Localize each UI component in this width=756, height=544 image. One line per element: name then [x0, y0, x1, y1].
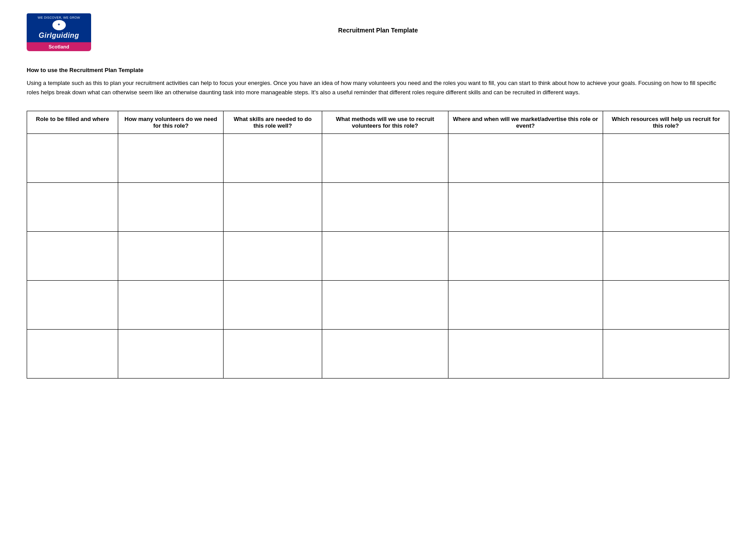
col-header-3: What skills are needed to do this role w… [224, 111, 322, 133]
table-cell-r0-c1[interactable] [118, 133, 224, 182]
table-cell-r4-c0[interactable] [27, 329, 118, 378]
table-cell-r1-c4[interactable] [448, 182, 603, 231]
logo-region: Scotland [48, 44, 69, 49]
recruitment-table: Role to be filled and where How many vol… [27, 111, 729, 379]
intro-body: Using a template such as this to plan yo… [27, 79, 729, 97]
table-cell-r1-c1[interactable] [118, 182, 224, 231]
table-row [27, 329, 729, 378]
table-cell-r0-c0[interactable] [27, 133, 118, 182]
table-cell-r0-c5[interactable] [603, 133, 729, 182]
table-cell-r4-c3[interactable] [322, 329, 448, 378]
page-title-area: Recruitment Plan Template [98, 13, 658, 34]
table-cell-r1-c0[interactable] [27, 182, 118, 231]
logo-circle: ✦ [52, 20, 66, 30]
col-header-4: What methods will we use to recruit volu… [322, 111, 448, 133]
col-header-6: Which resources will help us recruit for… [603, 111, 729, 133]
col-header-1: Role to be filled and where [27, 111, 118, 133]
table-cell-r3-c4[interactable] [448, 280, 603, 329]
table-cell-r3-c5[interactable] [603, 280, 729, 329]
table-cell-r3-c1[interactable] [118, 280, 224, 329]
table-cell-r1-c2[interactable] [224, 182, 322, 231]
table-cell-r0-c4[interactable] [448, 133, 603, 182]
table-cell-r4-c1[interactable] [118, 329, 224, 378]
table-cell-r3-c2[interactable] [224, 280, 322, 329]
intro-heading: How to use the Recruitment Plan Template [27, 67, 729, 73]
table-cell-r2-c4[interactable] [448, 231, 603, 280]
table-cell-r4-c2[interactable] [224, 329, 322, 378]
intro-section: How to use the Recruitment Plan Template… [27, 67, 729, 97]
logo-brand: Girlguiding [39, 32, 79, 40]
table-row [27, 231, 729, 280]
table-cell-r0-c3[interactable] [322, 133, 448, 182]
table-cell-r1-c3[interactable] [322, 182, 448, 231]
logo-region-bar: Scotland [27, 42, 91, 51]
table-cell-r4-c5[interactable] [603, 329, 729, 378]
table-cell-r4-c4[interactable] [448, 329, 603, 378]
table-cell-r2-c5[interactable] [603, 231, 729, 280]
table-cell-r3-c3[interactable] [322, 280, 448, 329]
col-header-2: How many volunteers do we need for this … [118, 111, 224, 133]
logo-box: WE DISCOVER, WE GROW ✦ Girlguiding [27, 13, 91, 42]
table-cell-r2-c2[interactable] [224, 231, 322, 280]
table-cell-r3-c0[interactable] [27, 280, 118, 329]
table-cell-r0-c2[interactable] [224, 133, 322, 182]
col-header-5: Where and when will we market/advertise … [448, 111, 603, 133]
table-cell-r1-c5[interactable] [603, 182, 729, 231]
table-row [27, 133, 729, 182]
table-cell-r2-c3[interactable] [322, 231, 448, 280]
table-header-row: Role to be filled and where How many vol… [27, 111, 729, 133]
table-row [27, 280, 729, 329]
logo-area: WE DISCOVER, WE GROW ✦ Girlguiding Scotl… [27, 13, 98, 49]
logo-tagline: WE DISCOVER, WE GROW [38, 16, 80, 19]
table-cell-r2-c0[interactable] [27, 231, 118, 280]
page-header: WE DISCOVER, WE GROW ✦ Girlguiding Scotl… [27, 13, 729, 49]
table-cell-r2-c1[interactable] [118, 231, 224, 280]
table-row [27, 182, 729, 231]
page-title: Recruitment Plan Template [338, 27, 418, 34]
